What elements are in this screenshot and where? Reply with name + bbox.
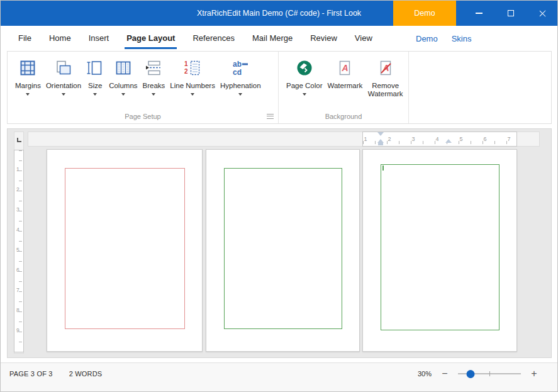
vertical-ruler[interactable]: 1 2 3 4 5 6 7 8 9 bbox=[14, 132, 24, 354]
svg-text:cd: cd bbox=[233, 68, 242, 77]
button-label: Line Numbers bbox=[170, 82, 215, 90]
word-count[interactable]: 2 WORDS bbox=[69, 370, 103, 378]
ribbon-group-page-setup: Margins Orientation bbox=[8, 52, 278, 123]
chevron-down-icon bbox=[62, 93, 65, 96]
left-indent-marker[interactable] bbox=[378, 143, 383, 145]
ruler-number: 7 bbox=[507, 136, 510, 142]
margins-button[interactable]: Margins bbox=[13, 59, 43, 96]
size-button[interactable]: Size bbox=[84, 59, 106, 96]
chevron-down-icon bbox=[26, 93, 30, 96]
tabbar-links: Demo Skins bbox=[416, 26, 471, 51]
columns-icon bbox=[114, 59, 132, 77]
page-margin-border bbox=[224, 168, 342, 329]
ruler-number: 7 bbox=[16, 287, 20, 293]
demo-ribbon-button[interactable]: Demo bbox=[393, 1, 456, 26]
tab-insert[interactable]: Insert bbox=[80, 26, 118, 51]
button-label: Orientation bbox=[46, 82, 81, 90]
svg-text:2: 2 bbox=[184, 68, 188, 75]
ruler-number: 3 bbox=[411, 136, 415, 142]
ruler-number: 1 bbox=[364, 136, 367, 142]
page-color-icon bbox=[296, 59, 313, 77]
button-label: Hyphenation bbox=[220, 82, 261, 90]
first-line-indent-marker[interactable] bbox=[377, 132, 384, 136]
ruler-ticks bbox=[363, 141, 516, 144]
watermark-button[interactable]: A Watermark bbox=[325, 59, 365, 90]
ruler-number: 4 bbox=[16, 227, 20, 233]
ruler-number: 5 bbox=[459, 136, 462, 142]
minimize-button[interactable] bbox=[463, 1, 494, 26]
ruler-number: 2 bbox=[388, 136, 391, 142]
ruler-number: 9 bbox=[16, 327, 20, 333]
document-area: 1 2 3 4 5 6 7 1 2 3 4 bbox=[7, 128, 552, 358]
group-label-page-setup: Page Setup bbox=[8, 113, 278, 120]
breaks-button[interactable]: Breaks bbox=[140, 59, 168, 96]
maximize-icon bbox=[508, 10, 514, 16]
button-label: Remove Watermark bbox=[367, 82, 403, 98]
ruler-number: 4 bbox=[435, 136, 438, 142]
maximize-button[interactable] bbox=[495, 1, 527, 26]
tab-review[interactable]: Review bbox=[301, 26, 346, 51]
app-window: XtraRichEdit Main Demo (C# code) - First… bbox=[0, 0, 558, 392]
skins-link[interactable]: Skins bbox=[452, 34, 472, 43]
window-title: XtraRichEdit Main Demo (C# code) - First… bbox=[1, 1, 394, 26]
document-page-3[interactable] bbox=[362, 149, 517, 352]
chevron-down-icon bbox=[121, 93, 125, 96]
columns-button[interactable]: Columns bbox=[106, 59, 140, 96]
right-indent-marker[interactable] bbox=[445, 139, 452, 143]
chevron-down-icon bbox=[191, 93, 194, 96]
left-tab-icon bbox=[17, 138, 21, 142]
status-bar: PAGE 3 OF 3 2 WORDS 30% − + bbox=[1, 362, 557, 392]
svg-text:1: 1 bbox=[184, 60, 188, 67]
ribbon-tab-bar: File Home Insert Page Layout References … bbox=[1, 26, 557, 51]
minimize-icon bbox=[476, 13, 483, 14]
title-bar[interactable]: XtraRichEdit Main Demo (C# code) - First… bbox=[1, 1, 557, 26]
document-page-2[interactable] bbox=[206, 149, 360, 352]
button-label: Watermark bbox=[328, 82, 363, 90]
close-button[interactable] bbox=[527, 1, 558, 26]
zoom-out-button[interactable]: − bbox=[440, 369, 449, 378]
orientation-button[interactable]: Orientation bbox=[43, 59, 84, 96]
group-label-background: Background bbox=[279, 113, 408, 120]
zoom-slider-center-tick bbox=[489, 371, 490, 376]
chevron-down-icon bbox=[238, 93, 242, 96]
close-icon bbox=[538, 9, 547, 18]
hyphenation-button[interactable]: ab cd Hyphenation bbox=[218, 59, 264, 96]
horizontal-ruler[interactable]: 1 2 3 4 5 6 7 bbox=[28, 132, 540, 147]
page-margin-border bbox=[381, 164, 499, 330]
tab-page-layout[interactable]: Page Layout bbox=[118, 26, 184, 51]
demo-link[interactable]: Demo bbox=[416, 34, 438, 43]
tab-home[interactable]: Home bbox=[40, 26, 80, 51]
text-cursor bbox=[382, 165, 384, 171]
margins-icon bbox=[19, 59, 36, 77]
tab-file[interactable]: File bbox=[9, 26, 40, 51]
tab-view[interactable]: View bbox=[346, 26, 381, 51]
status-left: PAGE 3 OF 3 2 WORDS bbox=[9, 366, 102, 381]
page-color-button[interactable]: Page Color bbox=[284, 59, 325, 96]
zoom-in-button[interactable]: + bbox=[530, 369, 538, 378]
zoom-slider-thumb[interactable] bbox=[467, 370, 475, 378]
ruler-number: 6 bbox=[16, 267, 20, 273]
chevron-down-icon bbox=[152, 93, 155, 96]
page-setup-buttons: Margins Orientation bbox=[8, 52, 278, 96]
ruler-number: 1 bbox=[16, 166, 20, 172]
zoom-slider[interactable] bbox=[458, 369, 521, 378]
ribbon-panel: Margins Orientation bbox=[7, 51, 552, 124]
remove-watermark-button[interactable]: A Remove Watermark bbox=[365, 59, 406, 98]
page-indicator[interactable]: PAGE 3 OF 3 bbox=[9, 370, 53, 378]
tab-mail-merge[interactable]: Mail Merge bbox=[243, 26, 301, 51]
button-label: Margins bbox=[15, 82, 41, 90]
ruler-number: 2 bbox=[16, 186, 20, 193]
button-label: Size bbox=[88, 82, 102, 90]
background-buttons: Page Color A Watermark bbox=[279, 52, 408, 98]
line-numbers-button[interactable]: 1 2 Line Numbers bbox=[167, 59, 218, 96]
svg-text:ab: ab bbox=[233, 60, 242, 69]
tab-references[interactable]: References bbox=[184, 26, 243, 51]
zoom-level: 30% bbox=[418, 370, 432, 378]
document-page-1[interactable] bbox=[47, 149, 203, 352]
orientation-icon bbox=[55, 59, 72, 77]
ribbon-group-background: Page Color A Watermark bbox=[278, 52, 409, 123]
chevron-down-icon bbox=[93, 93, 97, 96]
svg-text:A: A bbox=[342, 63, 349, 73]
tab-selector-button[interactable] bbox=[14, 132, 23, 147]
dialog-launcher-icon[interactable] bbox=[267, 114, 274, 119]
